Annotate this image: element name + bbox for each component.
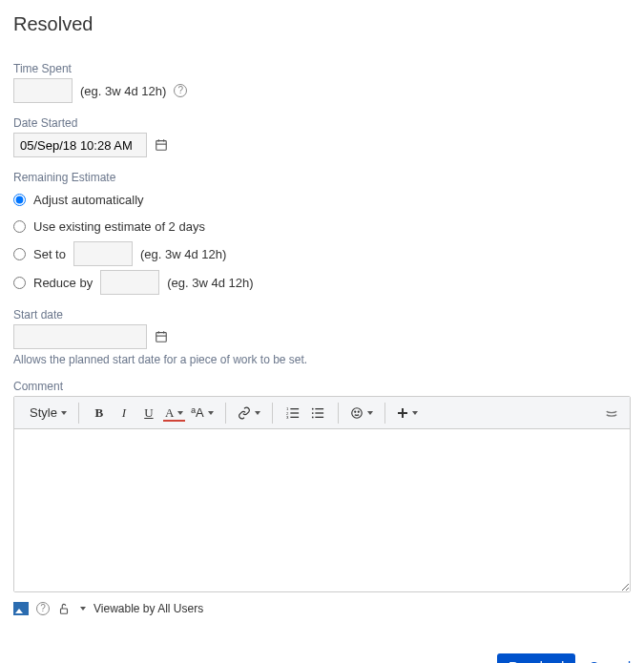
visibility-text: Viewable by All Users bbox=[93, 602, 203, 615]
start-date-label: Start date bbox=[13, 308, 631, 321]
radio-set-to-input[interactable] bbox=[13, 248, 26, 260]
svg-point-17 bbox=[312, 407, 314, 409]
svg-rect-0 bbox=[156, 141, 167, 151]
style-dropdown[interactable]: Style bbox=[26, 401, 71, 425]
radio-use-existing-input[interactable] bbox=[13, 220, 26, 233]
start-date-field: Start date Allows the planned start date… bbox=[13, 308, 631, 366]
radio-use-existing-text: Use existing estimate of 2 days bbox=[33, 219, 205, 234]
calendar-icon[interactable] bbox=[155, 138, 168, 152]
visibility-dropdown-caret[interactable] bbox=[80, 607, 86, 611]
start-date-description: Allows the planned start date for a piec… bbox=[13, 353, 631, 366]
toolbar-divider bbox=[384, 403, 385, 424]
text-color-button[interactable]: A bbox=[161, 401, 187, 425]
svg-point-20 bbox=[352, 407, 363, 418]
editor-toolbar: Style B I U A ªA 123 bbox=[14, 397, 630, 429]
date-started-input[interactable] bbox=[13, 133, 147, 157]
svg-point-21 bbox=[355, 411, 356, 412]
set-to-value-input[interactable] bbox=[73, 241, 133, 266]
dialog-actions: Resolved Cancel bbox=[13, 653, 631, 663]
svg-point-22 bbox=[358, 411, 359, 412]
date-started-label: Date Started bbox=[13, 116, 631, 130]
reduce-by-value-input[interactable] bbox=[100, 270, 159, 295]
comment-footer: ? Viewable by All Users bbox=[13, 602, 631, 615]
time-spent-input[interactable] bbox=[13, 78, 73, 103]
radio-use-existing[interactable]: Use existing estimate of 2 days bbox=[13, 215, 631, 238]
comment-textarea[interactable] bbox=[14, 429, 630, 591]
radio-set-to-text: Set to bbox=[33, 247, 66, 261]
calendar-icon[interactable] bbox=[155, 330, 168, 343]
underline-button[interactable]: U bbox=[136, 401, 161, 425]
submit-button[interactable]: Resolved bbox=[497, 653, 575, 663]
remaining-estimate-group: Remaining Estimate Adjust automatically … bbox=[13, 171, 631, 295]
page-title: Resolved bbox=[13, 13, 631, 35]
radio-reduce-by[interactable]: Reduce by (eg. 3w 4d 12h) bbox=[13, 270, 631, 295]
cancel-button[interactable]: Cancel bbox=[589, 659, 631, 663]
radio-reduce-by-input[interactable] bbox=[13, 277, 26, 289]
svg-rect-25 bbox=[61, 609, 68, 613]
bold-button[interactable]: B bbox=[87, 401, 112, 425]
toolbar-divider bbox=[78, 403, 79, 424]
time-spent-label: Time Spent bbox=[13, 62, 631, 75]
reduce-by-hint: (eg. 3w 4d 12h) bbox=[167, 276, 253, 290]
help-icon[interactable]: ? bbox=[174, 84, 187, 97]
insert-more-button[interactable] bbox=[393, 401, 422, 425]
italic-button[interactable]: I bbox=[112, 401, 136, 425]
toolbar-divider bbox=[338, 403, 339, 424]
comment-field: Comment Style B I U A ªA bbox=[13, 380, 631, 615]
ordered-list-button[interactable]: 123 bbox=[280, 401, 305, 425]
radio-reduce-by-text: Reduce by bbox=[33, 276, 93, 290]
toolbar-divider bbox=[225, 403, 226, 424]
radio-adjust-auto-text: Adjust automatically bbox=[33, 193, 144, 207]
radio-set-to[interactable]: Set to (eg. 3w 4d 12h) bbox=[13, 241, 631, 266]
svg-point-18 bbox=[312, 412, 314, 414]
radio-adjust-auto-input[interactable] bbox=[13, 194, 26, 206]
time-spent-hint: (eg. 3w 4d 12h) bbox=[80, 84, 166, 98]
date-started-field: Date Started bbox=[13, 116, 631, 157]
help-icon[interactable]: ? bbox=[36, 602, 50, 615]
unordered-list-button[interactable] bbox=[305, 401, 330, 425]
toolbar-divider bbox=[272, 403, 273, 424]
emoji-button[interactable] bbox=[346, 401, 377, 425]
time-spent-field: Time Spent (eg. 3w 4d 12h) ? bbox=[13, 62, 631, 103]
start-date-input[interactable] bbox=[13, 324, 147, 349]
remaining-estimate-label: Remaining Estimate bbox=[13, 171, 631, 184]
link-button[interactable] bbox=[234, 401, 264, 425]
svg-text:3: 3 bbox=[286, 415, 289, 420]
image-insert-icon[interactable] bbox=[13, 602, 29, 615]
visibility-lock-icon[interactable] bbox=[57, 602, 71, 615]
collapse-toolbar-button[interactable] bbox=[599, 401, 624, 425]
svg-point-19 bbox=[312, 416, 314, 418]
comment-editor: Style B I U A ªA 123 bbox=[13, 396, 631, 592]
radio-adjust-auto[interactable]: Adjust automatically bbox=[13, 188, 631, 211]
comment-label: Comment bbox=[13, 380, 631, 393]
set-to-hint: (eg. 3w 4d 12h) bbox=[140, 247, 226, 261]
svg-rect-4 bbox=[156, 333, 167, 342]
more-format-button[interactable]: ªA bbox=[187, 401, 217, 425]
